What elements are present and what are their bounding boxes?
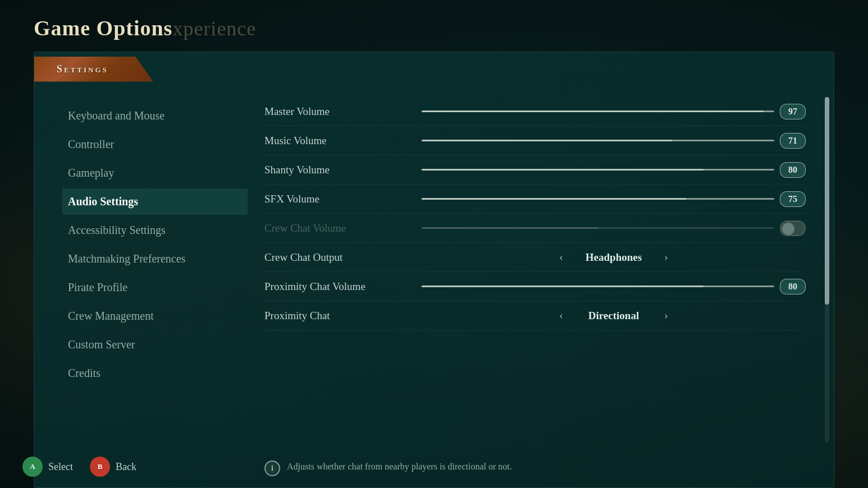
- proximity-chat-volume-slider[interactable]: 80: [422, 279, 806, 294]
- shanty-volume-row: Shanty Volume 80: [264, 155, 806, 185]
- music-volume-value: 71: [780, 133, 806, 149]
- shanty-volume-track: [422, 169, 774, 171]
- crew-chat-output-value: Headphones: [574, 251, 653, 264]
- proximity-chat-volume-fill: [422, 286, 703, 287]
- shanty-volume-value: 80: [780, 162, 806, 178]
- sfx-volume-fill: [422, 198, 686, 200]
- shanty-volume-slider[interactable]: 80: [422, 162, 806, 178]
- scrollbar-thumb[interactable]: [825, 97, 829, 305]
- crew-chat-output-selector[interactable]: ‹ Headphones ›: [422, 251, 806, 264]
- music-volume-label: Music Volume: [264, 135, 422, 147]
- sidebar-item-pirate-profile[interactable]: Pirate Profile: [62, 274, 248, 301]
- btn-a-select[interactable]: A Select: [22, 457, 73, 477]
- sfx-volume-value: 75: [780, 191, 806, 207]
- crew-chat-volume-fill: [422, 227, 598, 229]
- proximity-chat-label: Proximity Chat: [264, 310, 422, 322]
- sfx-volume-row: SFX Volume 75: [264, 185, 806, 214]
- btn-b-back[interactable]: B Back: [90, 457, 136, 477]
- sidebar-item-matchmaking-preferences[interactable]: Matchmaking Preferences: [62, 246, 248, 272]
- settings-tab-label: Settings: [57, 63, 108, 75]
- info-icon: i: [264, 461, 280, 476]
- btn-b-label: Back: [116, 461, 136, 473]
- crew-chat-volume-toggle: [780, 220, 806, 236]
- crew-chat-output-prev-icon[interactable]: ‹: [559, 251, 563, 264]
- proximity-chat-row: Proximity Chat ‹ Directional ›: [264, 301, 806, 330]
- sfx-volume-label: SFX Volume: [264, 193, 422, 205]
- sidebar-item-keyboard-mouse[interactable]: Keyboard and Mouse: [62, 103, 248, 129]
- footer-controls: A Select B Back: [22, 457, 136, 477]
- music-volume-row: Music Volume 71: [264, 126, 806, 155]
- master-volume-value: 97: [780, 104, 806, 119]
- page-title: Game Options: [34, 16, 172, 40]
- sidebar-item-custom-server[interactable]: Custom Server: [62, 332, 248, 358]
- shanty-volume-fill: [422, 169, 703, 171]
- proximity-chat-volume-label: Proximity Chat Volume: [264, 280, 422, 293]
- crew-chat-volume-label: Crew Chat Volume: [264, 222, 422, 234]
- proximity-chat-selector[interactable]: ‹ Directional ›: [422, 309, 806, 322]
- proximity-chat-volume-value: 80: [780, 279, 806, 294]
- sidebar-item-accessibility-settings[interactable]: Accessibility Settings: [62, 217, 248, 243]
- proximity-chat-prev-icon[interactable]: ‹: [559, 309, 563, 322]
- proximity-chat-volume-track: [422, 286, 774, 287]
- settings-panel: Settings Keyboard and Mouse Controller G…: [34, 52, 834, 488]
- music-volume-slider[interactable]: 71: [422, 133, 806, 149]
- crew-chat-output-row: Crew Chat Output ‹ Headphones ›: [264, 243, 806, 272]
- sidebar: Keyboard and Mouse Controller Gameplay A…: [34, 86, 248, 487]
- content-area: Master Volume 97 Music Volume: [248, 86, 834, 487]
- music-volume-fill: [422, 140, 672, 141]
- scrollbar-track[interactable]: [825, 97, 829, 443]
- master-volume-label: Master Volume: [264, 105, 422, 118]
- crew-chat-volume-row: Crew Chat Volume: [264, 214, 806, 243]
- info-text: Adjusts whether chat from nearby players…: [287, 460, 512, 473]
- sfx-volume-slider[interactable]: 75: [422, 191, 806, 207]
- sidebar-item-crew-management[interactable]: Crew Management: [62, 303, 248, 329]
- master-volume-row: Master Volume 97: [264, 97, 806, 126]
- proximity-chat-value: Directional: [574, 310, 653, 322]
- crew-chat-toggle-pill: [780, 221, 805, 236]
- settings-body: Keyboard and Mouse Controller Gameplay A…: [34, 86, 834, 487]
- sidebar-item-credits[interactable]: Credits: [62, 360, 248, 386]
- proximity-chat-next-icon[interactable]: ›: [664, 309, 668, 322]
- btn-b-icon: B: [90, 457, 110, 477]
- sfx-volume-track: [422, 198, 774, 200]
- sidebar-item-controller[interactable]: Controller: [62, 131, 248, 158]
- crew-chat-volume-track: [422, 227, 774, 229]
- master-volume-fill: [422, 111, 764, 112]
- btn-a-icon: A: [22, 457, 43, 477]
- settings-tab: Settings: [34, 57, 153, 82]
- master-volume-slider[interactable]: 97: [422, 104, 806, 119]
- crew-chat-output-label: Crew Chat Output: [264, 251, 422, 264]
- master-volume-track: [422, 111, 774, 112]
- settings-header: Settings: [34, 52, 834, 86]
- settings-rows: Master Volume 97 Music Volume: [264, 97, 823, 451]
- btn-a-label: Select: [48, 461, 73, 473]
- crew-chat-volume-control: [422, 220, 806, 236]
- page-title-sub: xperience: [172, 17, 256, 40]
- crew-chat-output-next-icon[interactable]: ›: [664, 251, 668, 264]
- info-hint: i Adjusts whether chat from nearby playe…: [264, 460, 823, 476]
- sidebar-item-audio-settings[interactable]: Audio Settings: [62, 188, 248, 215]
- shanty-volume-label: Shanty Volume: [264, 164, 422, 176]
- sidebar-item-gameplay[interactable]: Gameplay: [62, 160, 248, 186]
- proximity-chat-volume-row: Proximity Chat Volume 80: [264, 272, 806, 301]
- music-volume-track: [422, 140, 774, 141]
- crew-chat-toggle-knob: [782, 223, 794, 235]
